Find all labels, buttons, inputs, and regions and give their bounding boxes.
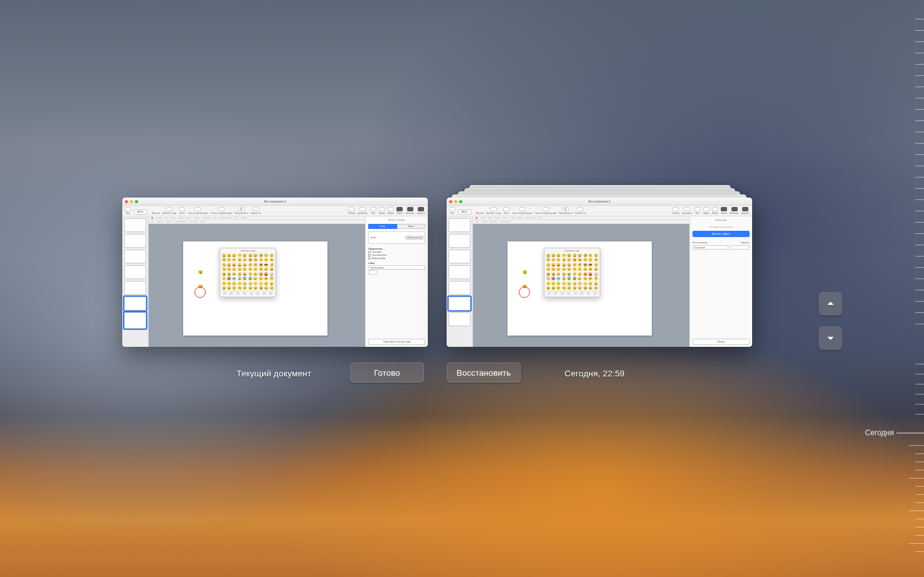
emoji-cell: 😰 xyxy=(248,277,252,281)
inspector-panel: Переходы Нет эффекта перехода Добавить э… xyxy=(689,216,752,347)
done-button[interactable]: Готово xyxy=(350,363,424,383)
emoji-cell: 😘 xyxy=(578,258,582,262)
version-document-preview[interactable]: Без названия 2 Вид 84 % ▾ Масштаб Добави… xyxy=(447,198,752,347)
timeline-tick xyxy=(915,132,924,132)
emoji-cell: 😐 xyxy=(567,281,571,285)
emoji-cell: 🤨 xyxy=(572,262,576,267)
emoji-cell: 😳 xyxy=(221,277,226,281)
inspector-panel: Макет слайда Стиль Макет Пустой Сменить … xyxy=(365,216,428,347)
emoji-cell: 😘 xyxy=(253,258,258,262)
emoji-cell: 😑 xyxy=(248,281,252,285)
fill-swatch xyxy=(368,270,377,275)
emoji-footer xyxy=(221,291,274,295)
timeline-tick xyxy=(915,87,924,87)
slide-canvas: 😵 🤒 смайлики и люди 😀😃😄😁😆😅😂🤣☺️😊😇🙂🙃😉😌😍😘😗😙… xyxy=(507,241,652,336)
emoji-cell: 🤔 xyxy=(269,277,273,281)
toolbar-guides-hide: Скрыть направляющие xyxy=(188,207,208,214)
emoji-cell: 😲 xyxy=(556,286,561,290)
cb-title: Заголовок xyxy=(368,251,425,253)
toolbar-guides-show: Показать направляющие xyxy=(211,207,233,214)
emoji-cell: 😦 xyxy=(593,281,598,285)
timeline-tick xyxy=(896,433,924,433)
timeline-tick xyxy=(915,535,924,536)
slide-thumb-1 xyxy=(124,218,146,232)
toolbar: Вид 84 % ▾ Масштаб Добавить слайд Цвета … xyxy=(447,206,752,216)
emoji-cell: ☺️ xyxy=(588,253,593,257)
emoji-cell: 😛 xyxy=(551,262,555,267)
emoji-cell: 🤣 xyxy=(583,253,587,257)
inspector-title: Переходы xyxy=(693,218,750,221)
edit-master-button: Редактировать мастер-слайд xyxy=(368,339,425,345)
emoji-cell: 😍 xyxy=(248,258,252,262)
emoji-cell: 😗 xyxy=(583,258,587,262)
emoji-cell: 😶 xyxy=(237,281,242,285)
slide-thumb-4 xyxy=(124,265,146,279)
timeline-tick xyxy=(915,278,924,279)
emoji-cell: 😛 xyxy=(226,262,231,267)
emoji-cell: 😔 xyxy=(237,267,242,272)
canvas: 🍎 KeynoteФайлПравкаВставкаСлайдФорматРас… xyxy=(473,216,689,347)
emoji-cell: 😌 xyxy=(567,258,571,262)
emoji-cell: 😬 xyxy=(253,281,258,285)
emoji-cell: 😶 xyxy=(561,281,566,285)
no-effect-label: Нет эффекта перехода xyxy=(693,226,750,228)
controls-row: Текущий документ Готово Восстановить Сег… xyxy=(0,363,924,388)
background-header: ▾ Фон xyxy=(368,262,425,265)
restore-button[interactable]: Восстановить xyxy=(447,363,521,383)
emoji-grid: 😀😃😄😁😆😅😂🤣☺️😊😇🙂🙃😉😌😍😘😗😙😚😋😛😝😜🤪🤨🧐🤓😎🥳😏😒😞😔😟😕🙁☹️… xyxy=(221,253,274,290)
version-nav-down[interactable] xyxy=(819,326,842,350)
emoji-cell: 😙 xyxy=(588,258,593,262)
emoji-cell: 😵 xyxy=(583,286,587,290)
slide-canvas: 😵 🤒 смайлики и люди 😀😃😄😁😆😅😂🤣☺️😊😇🙂🙃😉😌😍😘😗😙… xyxy=(183,241,327,336)
current-document-preview[interactable]: Без названия 2 Вид 84 % ▾ Масштаб Добави… xyxy=(122,198,428,347)
emoji-cell: 🤭 xyxy=(546,281,550,285)
inspector-master: Пустой Сменить мастер xyxy=(368,231,425,244)
emoji-cell: 😑 xyxy=(572,281,576,285)
emoji-cell: 😁 xyxy=(237,253,242,257)
emoji-cell: 😫 xyxy=(546,272,550,276)
emoji-cell: 🥱 xyxy=(561,286,566,290)
emoji-cell: 😱 xyxy=(561,277,566,281)
toolbar-anim: Анимация xyxy=(406,207,415,214)
emoji-cell: 😯 xyxy=(264,281,268,285)
emoji-cell: 🤯 xyxy=(269,272,273,276)
emoji-cell: 😕 xyxy=(248,267,252,272)
emoji-cell: 🤤 xyxy=(248,286,252,290)
emoji-cell: 🙄 xyxy=(583,281,587,285)
emoji-cell: 😱 xyxy=(237,277,242,281)
version-nav-up[interactable] xyxy=(819,292,842,315)
inner-app-bars: 🍎 KeynoteФайлПравкаВставкаСлайдФорматРас… xyxy=(149,216,365,224)
emoji-cell: 😤 xyxy=(572,272,576,276)
emoji-cell: 😖 xyxy=(269,267,273,272)
cb-number: Номер слайда xyxy=(368,257,425,260)
emoji-cell: 😭 xyxy=(567,272,571,276)
cb-text: Текстовый блок xyxy=(368,254,425,257)
emoji-cell: 🤔 xyxy=(593,277,598,281)
emoji-cell: 😥 xyxy=(578,277,582,281)
emoji-cell: 😮 xyxy=(226,286,231,290)
emoji-cell: 🤫 xyxy=(226,281,231,285)
inner-toolbar: ВидМасштабДобавитьВоспроизвестиKeynote L… xyxy=(149,220,365,224)
emoji-cell: 😄 xyxy=(556,253,561,257)
emoji-cell: 🙃 xyxy=(232,258,236,262)
timeline-tick xyxy=(915,462,924,462)
timeline-tick xyxy=(915,470,924,470)
delay-field xyxy=(730,245,750,250)
emoji-cell: 😜 xyxy=(561,262,566,267)
inspector-tab-layout: Макет xyxy=(397,224,426,229)
emoji-cell: 😳 xyxy=(546,277,550,281)
emoji-cell: 😧 xyxy=(546,286,550,290)
emoji-cell: ☺️ xyxy=(264,253,268,257)
emoji-cell: 🤪 xyxy=(567,262,571,267)
toolbar: Вид 84 % ▾ Масштаб Добавить слайд Цвета … xyxy=(122,206,428,216)
timeline-tick xyxy=(915,199,924,200)
emoji-cell: 🤣 xyxy=(258,253,263,257)
emoji-cell: 🤥 xyxy=(232,281,236,285)
timeline-tick xyxy=(915,256,924,257)
inspector-title: Макет слайда xyxy=(368,218,425,221)
timeline-tick xyxy=(915,154,924,155)
window-body: 🍎 KeynoteФайлПравкаВставкаСлайдФорматРас… xyxy=(122,216,428,347)
timeline-tick xyxy=(915,290,924,290)
emoji-cell: 😆 xyxy=(243,253,247,257)
emoji-cell: 🤗 xyxy=(588,277,593,281)
